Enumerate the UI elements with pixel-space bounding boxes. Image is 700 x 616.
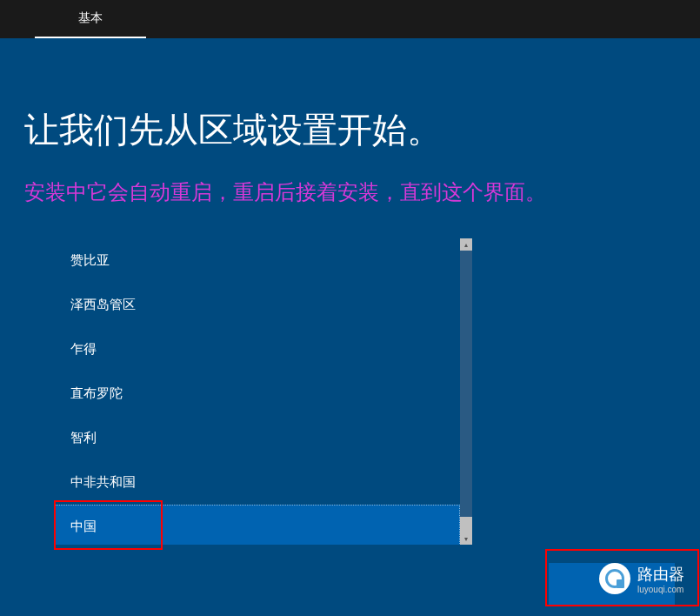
list-item[interactable]: 中非共和国 [55, 460, 460, 505]
list-item-selected[interactable]: 中国 [55, 505, 460, 545]
top-bar: 基本 [0, 0, 700, 38]
scrollbar[interactable]: ▴ ▾ [460, 238, 472, 545]
list-item[interactable]: 赞比亚 [55, 238, 460, 283]
list-item[interactable]: 智利 [55, 416, 460, 460]
scroll-up-icon[interactable]: ▴ [460, 238, 472, 251]
page-title: 让我们先从区域设置开始。 [24, 106, 700, 154]
list-item[interactable]: 泽西岛管区 [55, 283, 460, 327]
yes-button[interactable]: 是 [549, 563, 675, 605]
tab-basic[interactable]: 基本 [35, 0, 146, 38]
region-list[interactable]: 赞比亚 泽西岛管区 乍得 直布罗陀 智利 中非共和国 中国 [55, 238, 460, 545]
list-item[interactable]: 乍得 [55, 327, 460, 372]
instruction-subtitle: 安装中它会自动重启，重启后接着安装，直到这个界面。 [24, 178, 700, 206]
scroll-down-icon[interactable]: ▾ [460, 532, 472, 545]
region-list-container: 赞比亚 泽西岛管区 乍得 直布罗陀 智利 中非共和国 中国 ▴ ▾ [55, 238, 472, 545]
list-item[interactable]: 直布罗陀 [55, 372, 460, 416]
scroll-thumb[interactable] [460, 517, 472, 532]
